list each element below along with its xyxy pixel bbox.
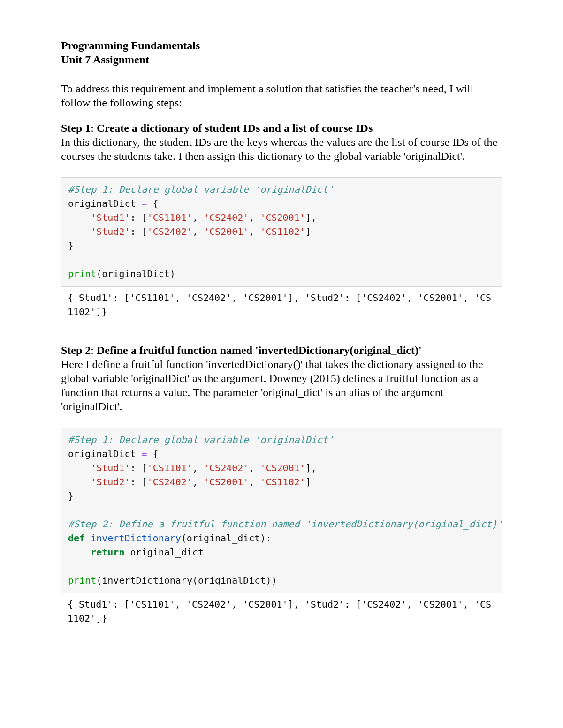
step-1-heading: Step 1: Create a dictionary of student I… — [61, 121, 502, 135]
doc-header: Programming Fundamentals Unit 7 Assignme… — [61, 38, 502, 67]
step-2-body: Here I define a fruitful function 'inver… — [61, 357, 502, 413]
step-1-body: In this dictionary, the student IDs are … — [61, 135, 502, 163]
code-block-1: #Step 1: Declare global variable 'origin… — [61, 177, 502, 287]
code1-comment: #Step 1: Declare global variable 'origin… — [68, 184, 334, 195]
intro-paragraph: To address this requirement and implemen… — [61, 82, 502, 110]
code-output-2: {'Stud1': ['CS1101', 'CS2402', 'CS2001']… — [61, 593, 502, 630]
header-title-2: Unit 7 Assignment — [61, 53, 502, 67]
document-page: Programming Fundamentals Unit 7 Assignme… — [0, 0, 563, 728]
step-2-heading: Step 2: Define a fruitful function named… — [61, 343, 502, 357]
step-2-title: Define a fruitful function named 'invert… — [97, 344, 422, 356]
step-1-title: Create a dictionary of student IDs and a… — [97, 122, 373, 134]
step-2-label: Step 2 — [61, 344, 91, 356]
code-block-2: #Step 1: Declare global variable 'origin… — [61, 428, 502, 593]
header-title-1: Programming Fundamentals — [61, 38, 502, 53]
step-1-label: Step 1 — [61, 122, 91, 134]
code-output-1: {'Stud1': ['CS1101', 'CS2402', 'CS2001']… — [61, 287, 502, 323]
